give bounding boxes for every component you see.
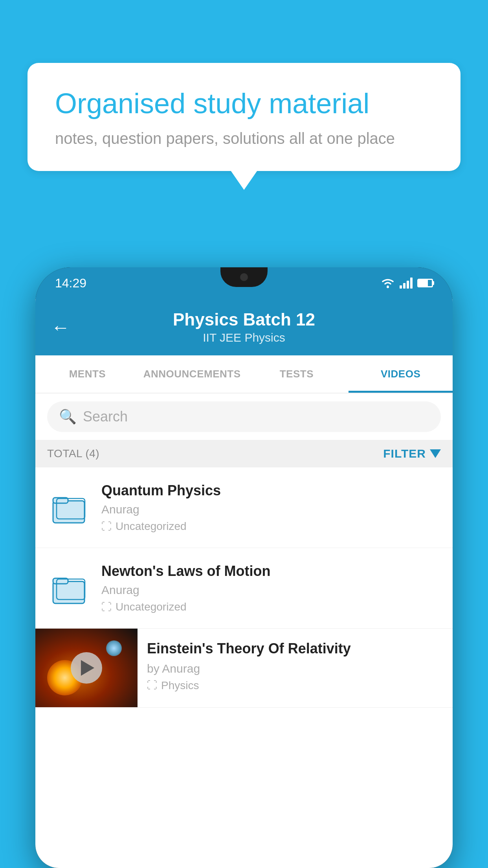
search-icon: 🔍 <box>59 408 77 425</box>
phone-screen: ← Physics Batch 12 IIT JEE Physics MENTS… <box>35 299 453 868</box>
video-author: Anurag <box>101 583 441 597</box>
filter-icon <box>430 449 441 458</box>
header-title: Physics Batch 12 <box>82 310 406 329</box>
video-title: Einstein's Theory Of Relativity <box>147 640 443 658</box>
video-thumb-2 <box>47 566 90 610</box>
video-info-3: Einstein's Theory Of Relativity by Anura… <box>138 629 453 703</box>
svg-point-0 <box>387 286 389 288</box>
speech-bubble-container: Organised study material notes, question… <box>28 63 460 171</box>
tag-icon: ⛶ <box>101 520 112 533</box>
tag-icon: ⛶ <box>147 679 157 691</box>
tab-ments[interactable]: MENTS <box>35 355 139 393</box>
video-list: Quantum Physics Anurag ⛶ Uncategorized <box>35 467 453 708</box>
status-time: 14:29 <box>55 276 86 291</box>
status-bar: 14:29 <box>35 267 453 299</box>
bubble-subtitle: notes, question papers, solutions all at… <box>55 130 433 147</box>
search-placeholder: Search <box>83 408 128 425</box>
tab-announcements[interactable]: ANNOUNCEMENTS <box>139 355 245 393</box>
video-thumbnail-3 <box>35 629 138 707</box>
folder-icon <box>51 490 86 525</box>
tag-label: Uncategorized <box>116 520 187 533</box>
filter-bar: TOTAL (4) FILTER <box>35 440 453 467</box>
video-thumb-1 <box>47 486 90 529</box>
list-item[interactable]: Newton's Laws of Motion Anurag ⛶ Uncateg… <box>35 548 453 629</box>
tag-label: Uncategorized <box>116 601 187 613</box>
list-item[interactable]: Einstein's Theory Of Relativity by Anura… <box>35 629 453 708</box>
signal-icon <box>400 278 413 289</box>
svg-rect-1 <box>53 501 84 523</box>
play-button[interactable] <box>71 652 102 684</box>
status-icons <box>381 278 433 289</box>
back-button[interactable]: ← <box>51 316 70 338</box>
video-title: Quantum Physics <box>101 482 441 499</box>
video-info-2: Newton's Laws of Motion Anurag ⛶ Uncateg… <box>101 563 441 613</box>
battery-icon <box>417 279 433 287</box>
video-tag: ⛶ Physics <box>147 679 443 692</box>
tag-icon: ⛶ <box>101 601 112 613</box>
video-tag: ⛶ Uncategorized <box>101 520 441 533</box>
app-header: ← Physics Batch 12 IIT JEE Physics <box>35 299 453 355</box>
phone-notch <box>220 267 268 287</box>
folder-icon <box>51 570 86 606</box>
camera-dot <box>240 273 248 281</box>
header-subtitle: IIT JEE Physics <box>82 331 406 344</box>
search-container: 🔍 Search <box>35 394 453 440</box>
tabs-bar: MENTS ANNOUNCEMENTS TESTS VIDEOS <box>35 355 453 394</box>
list-item[interactable]: Quantum Physics Anurag ⛶ Uncategorized <box>35 467 453 548</box>
wifi-icon <box>381 278 395 289</box>
video-title: Newton's Laws of Motion <box>101 563 441 579</box>
svg-rect-4 <box>53 581 84 603</box>
tag-label: Physics <box>161 679 199 692</box>
speech-bubble: Organised study material notes, question… <box>28 63 460 171</box>
phone-frame: 14:29 <box>35 267 453 868</box>
bubble-title: Organised study material <box>55 86 433 120</box>
header-title-block: Physics Batch 12 IIT JEE Physics <box>82 310 406 344</box>
video-author: by Anurag <box>147 662 443 675</box>
video-tag: ⛶ Uncategorized <box>101 601 441 613</box>
filter-label: FILTER <box>383 447 426 460</box>
play-icon <box>81 660 94 676</box>
video-info-1: Quantum Physics Anurag ⛶ Uncategorized <box>101 482 441 533</box>
search-input-wrapper[interactable]: 🔍 Search <box>47 401 441 432</box>
tab-videos[interactable]: VIDEOS <box>349 355 453 393</box>
filter-button[interactable]: FILTER <box>383 447 441 460</box>
total-count-label: TOTAL (4) <box>47 447 99 460</box>
video-author: Anurag <box>101 503 441 516</box>
tab-tests[interactable]: TESTS <box>244 355 349 393</box>
